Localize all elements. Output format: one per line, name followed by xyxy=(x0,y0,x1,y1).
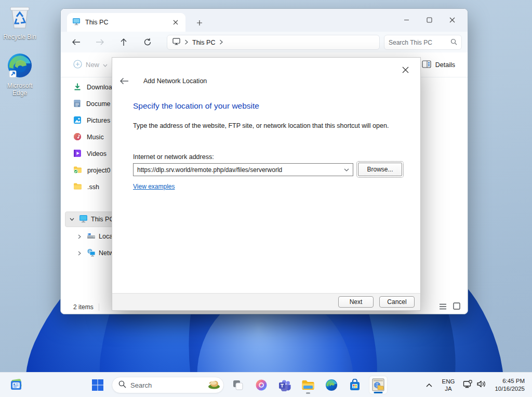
details-button[interactable]: Details xyxy=(422,60,455,70)
monitor-icon xyxy=(172,38,180,47)
search-placeholder: Search This PC xyxy=(389,39,450,46)
dialog-title: Add Network Location xyxy=(143,77,207,85)
up-icon[interactable] xyxy=(115,35,132,49)
items-count: 2 items xyxy=(73,303,99,311)
taskbar: Search xyxy=(0,372,532,397)
active-running-indicator xyxy=(374,392,383,393)
document-icon xyxy=(73,99,81,109)
clock-time: 6:45 PM xyxy=(495,377,525,385)
plus-circle-icon xyxy=(73,60,82,70)
tab-this-pc[interactable]: This PC xyxy=(67,13,185,32)
add-network-location-dialog: Add Network Location Specify the locatio… xyxy=(112,57,421,311)
language-indicator[interactable]: ENG JA xyxy=(439,378,458,393)
next-button[interactable]: Next xyxy=(338,296,374,308)
address-label: Internet or network address: xyxy=(133,153,214,161)
cancel-button[interactable]: Cancel xyxy=(379,296,415,308)
taskbar-search[interactable]: Search xyxy=(112,377,224,393)
desktop-icon-recycle-bin[interactable]: Recycle Bin xyxy=(1,5,38,41)
tray-chevron-up-icon[interactable] xyxy=(422,377,436,393)
network-wizard-icon[interactable] xyxy=(369,376,388,394)
music-icon xyxy=(73,133,82,142)
minimize-icon[interactable] xyxy=(395,13,418,27)
folder-icon xyxy=(73,182,82,192)
taskbar-search-placeholder: Search xyxy=(130,381,203,389)
tab-strip: This PC xyxy=(61,9,468,32)
back-icon[interactable] xyxy=(67,35,85,49)
window-close-icon[interactable] xyxy=(441,13,463,27)
chevron-right-icon xyxy=(219,39,223,46)
volume-icon xyxy=(476,380,486,390)
clock[interactable]: 6:45 PM 10/16/2025 xyxy=(491,377,529,393)
address-value[interactable]: https://dlp.srv.world/remote.php/dav/fil… xyxy=(134,166,340,174)
monitor-icon xyxy=(72,18,81,28)
details-button-label: Details xyxy=(435,61,455,69)
copilot-icon[interactable] xyxy=(252,376,271,394)
recycle-bin-icon xyxy=(8,23,32,32)
details-pane-icon xyxy=(422,60,431,70)
search-icon xyxy=(118,380,126,390)
browse-button[interactable]: Browse... xyxy=(358,163,402,176)
search-icon xyxy=(450,38,457,47)
sidebar-item-label: project0 xyxy=(87,167,110,174)
running-indicator xyxy=(306,392,310,394)
task-view-icon[interactable] xyxy=(229,376,247,394)
sidebar-item-label: .ssh xyxy=(87,183,99,191)
chevron-right-icon[interactable] xyxy=(75,251,84,256)
dialog-back-icon[interactable] xyxy=(118,75,130,87)
teams-icon[interactable] xyxy=(275,376,294,394)
videos-icon xyxy=(73,149,82,159)
refresh-icon[interactable] xyxy=(139,35,156,49)
chevron-down-icon xyxy=(103,61,108,69)
breadcrumb[interactable]: This PC xyxy=(192,39,215,46)
maximize-icon[interactable] xyxy=(418,13,441,27)
chevron-right-icon xyxy=(184,39,188,46)
file-explorer-icon[interactable] xyxy=(299,376,317,394)
dialog-footer: Next Cancel xyxy=(112,293,420,310)
address-bar[interactable]: This PC xyxy=(167,35,380,50)
view-examples-link[interactable]: View examples xyxy=(133,183,175,190)
search-input[interactable]: Search This PC xyxy=(384,35,462,50)
dialog-description: Type the address of the website, FTP sit… xyxy=(133,122,389,129)
browse-button-label: Browse... xyxy=(367,166,393,173)
drive-icon xyxy=(87,232,96,241)
forward-icon[interactable] xyxy=(91,35,109,49)
list-view-icon[interactable] xyxy=(439,302,447,312)
language-line2: JA xyxy=(442,385,455,392)
monitor-icon xyxy=(79,215,88,224)
tray-status-icons[interactable] xyxy=(461,380,488,391)
large-icons-view-icon[interactable] xyxy=(453,302,460,312)
sidebar-item-label: Pictures xyxy=(87,117,110,124)
tab-title: This PC xyxy=(85,19,166,26)
desktop-icon-label: Microsoft Edge xyxy=(1,83,38,97)
combobox-chevron-down-icon[interactable] xyxy=(340,168,353,171)
dialog-heading: Specify the location of your website xyxy=(133,101,259,111)
next-button-label: Next xyxy=(350,298,363,306)
edge-icon[interactable] xyxy=(322,376,341,394)
start-button[interactable] xyxy=(88,376,107,394)
new-tab-icon[interactable] xyxy=(194,17,205,29)
search-highlight-image[interactable] xyxy=(207,378,221,392)
desktop-icon-microsoft-edge[interactable]: Microsoft Edge xyxy=(1,52,38,97)
download-icon xyxy=(73,83,82,92)
chevron-down-icon[interactable] xyxy=(68,218,76,221)
language-line1: ENG xyxy=(442,378,455,385)
edge-icon xyxy=(6,72,33,81)
navigation-bar: This PC Search This PC xyxy=(61,32,468,52)
address-combobox[interactable]: https://dlp.srv.world/remote.php/dav/fil… xyxy=(133,163,353,176)
folder-sync-icon xyxy=(73,166,82,175)
widgets-icon[interactable] xyxy=(6,377,27,393)
sidebar-item-label: Music xyxy=(87,134,104,141)
new-button[interactable]: New xyxy=(73,60,108,70)
network-ethernet-icon xyxy=(463,380,473,391)
sidebar-item-label: Downloa xyxy=(87,84,112,91)
chevron-right-icon[interactable] xyxy=(75,234,84,239)
clock-date: 10/16/2025 xyxy=(495,385,525,393)
cancel-button-label: Cancel xyxy=(387,298,406,306)
tab-close-icon[interactable] xyxy=(171,18,180,27)
dialog-close-icon[interactable] xyxy=(400,64,411,75)
desktop-icon-label: Recycle Bin xyxy=(1,34,38,41)
network-icon xyxy=(87,248,96,258)
microsoft-store-icon[interactable] xyxy=(345,376,364,394)
pictures-icon xyxy=(73,116,82,126)
sidebar-item-label: Docume xyxy=(86,100,111,108)
